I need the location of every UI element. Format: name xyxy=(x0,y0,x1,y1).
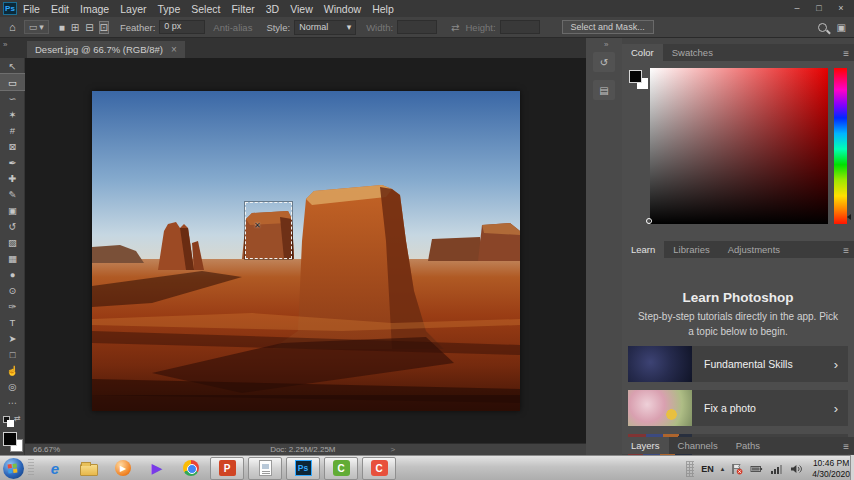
expand-panels-icon[interactable]: » xyxy=(604,40,608,49)
eraser-tool[interactable]: ▨ xyxy=(0,234,25,250)
canvas-area[interactable]: ✕ xyxy=(25,58,586,443)
clone-stamp-tool[interactable]: ▣ xyxy=(0,202,25,218)
gradient-tool[interactable]: ▦ xyxy=(0,250,25,266)
close-document-icon[interactable]: × xyxy=(171,44,177,55)
minimize-button[interactable]: – xyxy=(786,0,808,16)
dodge-tool[interactable]: ⊙ xyxy=(0,282,25,298)
brush-tool[interactable]: ✎ xyxy=(0,186,25,202)
network-signal-icon[interactable] xyxy=(770,463,783,475)
photoshop-taskbar-button[interactable]: Ps xyxy=(286,457,320,480)
hue-slider[interactable] xyxy=(834,68,847,224)
menu-file[interactable]: File xyxy=(23,3,40,15)
volume-icon[interactable] xyxy=(790,463,803,475)
swap-colors-icon[interactable]: ⇄ xyxy=(14,414,21,423)
learn-item-fix-a-photo[interactable]: Fix a photo › xyxy=(628,390,848,426)
selection-marquee[interactable] xyxy=(245,202,292,259)
menu-image[interactable]: Image xyxy=(80,3,109,15)
subtract-selection-icon[interactable]: ⊟ xyxy=(85,22,93,33)
default-colors-icon[interactable]: ⇄ xyxy=(3,416,21,428)
type-tool[interactable]: T xyxy=(0,314,25,330)
action-center-flag-icon[interactable] xyxy=(731,463,743,475)
color-panel-menu-icon[interactable]: ≡ xyxy=(843,48,849,59)
crop-tool[interactable]: # xyxy=(0,122,25,138)
menu-window[interactable]: Window xyxy=(324,3,361,15)
move-tool[interactable]: ↖ xyxy=(0,58,25,74)
menu-layer[interactable]: Layer xyxy=(120,3,146,15)
swap-dimensions-icon[interactable]: ⇄ xyxy=(451,22,459,33)
show-desktop-button[interactable] xyxy=(850,455,854,480)
powerpoint-taskbar-button[interactable]: P xyxy=(210,457,244,480)
properties-panel-icon[interactable]: ▤ xyxy=(593,80,615,100)
foreground-color-swatch[interactable] xyxy=(629,70,642,83)
new-selection-icon[interactable]: ■ xyxy=(59,22,65,33)
zoom-level-field[interactable]: 66.67% xyxy=(33,445,60,454)
menu-help[interactable]: Help xyxy=(372,3,394,15)
path-selection-tool[interactable]: ➤ xyxy=(0,330,25,346)
status-options-chevron[interactable]: > xyxy=(391,445,396,454)
select-and-mask-button[interactable]: Select and Mask... xyxy=(562,20,654,34)
rectangular-marquee-tool[interactable]: ▭ xyxy=(0,74,25,90)
tab-paths[interactable]: Paths xyxy=(727,437,769,454)
tool-preset-button[interactable]: ▭ ▾ xyxy=(24,20,49,34)
toolbar-expand-icon[interactable]: » xyxy=(3,40,7,49)
camtasia-recorder-taskbar-button[interactable]: C xyxy=(362,457,396,480)
history-brush-tool[interactable]: ↺ xyxy=(0,218,25,234)
zoom-tool[interactable]: ◎ xyxy=(0,378,25,394)
style-select[interactable]: Normal ▾ xyxy=(294,20,356,35)
battery-icon[interactable] xyxy=(750,463,763,475)
pen-tool[interactable]: ✑ xyxy=(0,298,25,314)
learn-panel-menu-icon[interactable]: ≡ xyxy=(843,245,849,256)
tab-color[interactable]: Color xyxy=(622,44,663,61)
tab-adjustments[interactable]: Adjustments xyxy=(719,241,789,258)
eyedropper-tool[interactable]: ✒ xyxy=(0,154,25,170)
camtasia-taskbar-button[interactable]: C xyxy=(324,457,358,480)
document-tab[interactable]: Desert.jpg @ 66.7% (RGB/8#) × xyxy=(27,41,185,58)
windows-media-player-icon[interactable]: ▶ xyxy=(106,457,140,480)
restore-button[interactable]: □ xyxy=(808,0,830,16)
rectangle-tool[interactable]: □ xyxy=(0,346,25,362)
healing-brush-tool[interactable]: ✚ xyxy=(0,170,25,186)
tab-channels[interactable]: Channels xyxy=(669,437,727,454)
edit-toolbar-icon[interactable]: ⋯ xyxy=(0,394,25,410)
menu-3d[interactable]: 3D xyxy=(266,3,279,15)
layers-panel-menu-icon[interactable]: ≡ xyxy=(843,441,849,452)
menu-view[interactable]: View xyxy=(290,3,313,15)
workspace-switcher-icon[interactable]: ▣ xyxy=(837,22,846,33)
tab-layers[interactable]: Layers xyxy=(622,437,669,454)
learn-item-fundamental-skills[interactable]: Fundamental Skills › xyxy=(628,346,848,382)
saturation-brightness-field[interactable] xyxy=(650,68,828,224)
home-icon[interactable]: ⌂ xyxy=(9,21,16,33)
color-field-marker[interactable] xyxy=(646,218,652,224)
language-indicator[interactable]: EN xyxy=(701,464,714,474)
desert-photo[interactable]: ✕ xyxy=(92,91,520,411)
hue-slider-marker[interactable] xyxy=(847,214,851,220)
intersect-selection-icon[interactable]: ⊡ xyxy=(100,22,108,33)
quick-selection-tool[interactable]: ✶ xyxy=(0,106,25,122)
frame-tool[interactable]: ⊠ xyxy=(0,138,25,154)
lasso-tool[interactable]: ∽ xyxy=(0,90,25,106)
file-explorer-icon[interactable] xyxy=(72,457,106,480)
foreground-color-swatch[interactable] xyxy=(3,432,17,446)
menu-filter[interactable]: Filter xyxy=(231,3,254,15)
photoshop-app-icon[interactable]: Ps xyxy=(3,2,17,15)
start-button[interactable] xyxy=(3,458,24,479)
close-button[interactable]: × xyxy=(830,0,852,16)
movies-tv-icon[interactable]: ▶ xyxy=(140,457,174,480)
hand-tool[interactable]: ☝ xyxy=(0,362,25,378)
clock[interactable]: 10:46 PM 4/30/2020 xyxy=(812,458,850,479)
search-icon[interactable] xyxy=(818,23,827,32)
document-viewer-taskbar-button[interactable] xyxy=(248,457,282,480)
chrome-icon[interactable] xyxy=(174,457,208,480)
add-selection-icon[interactable]: ⊞ xyxy=(71,22,79,33)
history-panel-icon[interactable]: ↺ xyxy=(593,52,615,72)
menu-select[interactable]: Select xyxy=(191,3,220,15)
tab-learn[interactable]: Learn xyxy=(622,241,664,258)
tab-libraries[interactable]: Libraries xyxy=(664,241,718,258)
tab-swatches[interactable]: Swatches xyxy=(663,44,722,61)
blur-tool[interactable]: ● xyxy=(0,266,25,282)
menu-edit[interactable]: Edit xyxy=(51,3,69,15)
show-hidden-icons-chevron[interactable]: ▴ xyxy=(721,465,725,473)
menu-type[interactable]: Type xyxy=(157,3,180,15)
internet-explorer-icon[interactable]: e xyxy=(38,457,72,480)
feather-input[interactable]: 0 px xyxy=(159,20,205,34)
